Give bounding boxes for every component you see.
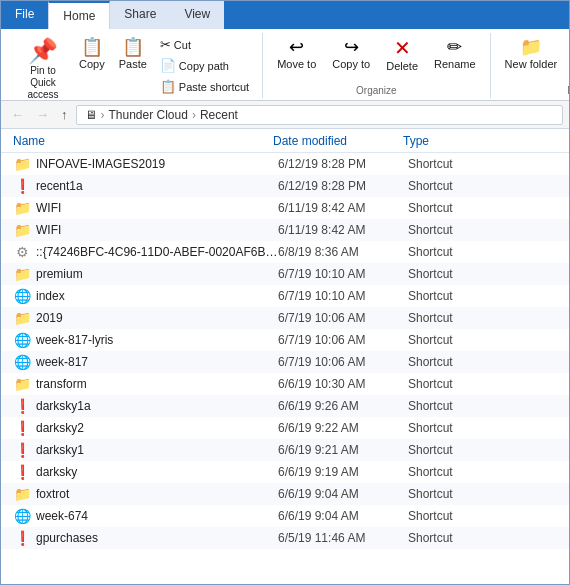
path-icon: 🖥 <box>85 108 97 122</box>
file-icon: 📁 <box>13 199 31 217</box>
new-folder-icon: 📁 <box>520 38 542 56</box>
file-date: 6/6/19 9:26 AM <box>278 399 408 413</box>
move-to-label: Move to <box>277 58 316 70</box>
file-date: 6/7/19 10:10 AM <box>278 267 408 281</box>
file-type: Shortcut <box>408 465 557 479</box>
paste-shortcut-button[interactable]: 📋 Paste shortcut <box>155 77 254 96</box>
file-date: 6/12/19 8:28 PM <box>278 157 408 171</box>
file-date: 6/6/19 9:22 AM <box>278 421 408 435</box>
copy-to-label: Copy to <box>332 58 370 70</box>
file-name: darksky1 <box>36 443 278 457</box>
file-type: Shortcut <box>408 531 557 545</box>
file-name: premium <box>36 267 278 281</box>
copy-button[interactable]: 📋 Copy <box>73 35 111 73</box>
file-type: Shortcut <box>408 267 557 281</box>
col-header-date[interactable]: Date modified <box>273 134 403 148</box>
file-row[interactable]: 📁 premium 6/7/19 10:10 AM Shortcut <box>1 263 569 285</box>
organize-group: ↩ Move to ↪ Copy to ✕ Delete ✏ Rename Or… <box>263 33 490 98</box>
file-icon: ⚙ <box>13 243 31 261</box>
file-row[interactable]: 🌐 week-817-lyris 6/7/19 10:06 AM Shortcu… <box>1 329 569 351</box>
address-path[interactable]: 🖥 › Thunder Cloud › Recent <box>76 105 564 125</box>
clipboard-sub-buttons: ✂ Cut 📄 Copy path 📋 Paste shortcut <box>155 35 254 96</box>
file-date: 6/7/19 10:06 AM <box>278 311 408 325</box>
paste-label: Paste <box>119 58 147 70</box>
file-name: index <box>36 289 278 303</box>
pin-icon: 📌 <box>28 39 58 63</box>
file-type: Shortcut <box>408 509 557 523</box>
tab-file[interactable]: File <box>1 1 48 29</box>
cut-button[interactable]: ✂ Cut <box>155 35 254 54</box>
delete-label: Delete <box>386 60 418 72</box>
file-icon: 🌐 <box>13 331 31 349</box>
pin-label: Pin to Quick access <box>21 65 65 101</box>
file-name: 2019 <box>36 311 278 325</box>
file-type: Shortcut <box>408 311 557 325</box>
copy-path-button[interactable]: 📄 Copy path <box>155 56 254 75</box>
tab-home[interactable]: Home <box>48 1 110 29</box>
file-row[interactable]: 🌐 week-674 6/6/19 9:04 AM Shortcut <box>1 505 569 527</box>
rename-label: Rename <box>434 58 476 70</box>
pin-to-quick-access-button[interactable]: 📌 Pin to Quick access <box>15 35 71 105</box>
file-row[interactable]: 📁 foxtrot 6/6/19 9:04 AM Shortcut <box>1 483 569 505</box>
file-type: Shortcut <box>408 201 557 215</box>
file-name: week-817-lyris <box>36 333 278 347</box>
path-thunder-cloud: Thunder Cloud <box>109 108 188 122</box>
file-type: Shortcut <box>408 443 557 457</box>
file-row[interactable]: ❗ darksky1 6/6/19 9:21 AM Shortcut <box>1 439 569 461</box>
file-date: 6/6/19 10:30 AM <box>278 377 408 391</box>
file-date: 6/6/19 9:04 AM <box>278 487 408 501</box>
file-date: 6/6/19 9:21 AM <box>278 443 408 457</box>
file-row[interactable]: ❗ darksky 6/6/19 9:19 AM Shortcut <box>1 461 569 483</box>
back-button[interactable]: ← <box>7 105 28 124</box>
file-icon: 📁 <box>13 265 31 283</box>
file-row[interactable]: 📁 WIFI 6/11/19 8:42 AM Shortcut <box>1 197 569 219</box>
file-row[interactable]: ❗ darksky1a 6/6/19 9:26 AM Shortcut <box>1 395 569 417</box>
new-folder-button[interactable]: 📁 New folder <box>499 35 564 73</box>
paste-shortcut-icon: 📋 <box>160 79 176 94</box>
copy-path-icon: 📄 <box>160 58 176 73</box>
rename-icon: ✏ <box>447 38 462 56</box>
file-row[interactable]: 📁 INFOAVE-IMAGES2019 6/12/19 8:28 PM Sho… <box>1 153 569 175</box>
file-type: Shortcut <box>408 487 557 501</box>
file-row[interactable]: 📁 2019 6/7/19 10:06 AM Shortcut <box>1 307 569 329</box>
file-row[interactable]: ❗ recent1a 6/12/19 8:28 PM Shortcut <box>1 175 569 197</box>
move-to-button[interactable]: ↩ Move to <box>271 35 322 73</box>
file-icon: 🌐 <box>13 287 31 305</box>
copy-path-label: Copy path <box>179 60 229 72</box>
file-row[interactable]: 🌐 week-817 6/7/19 10:06 AM Shortcut <box>1 351 569 373</box>
copy-to-button[interactable]: ↪ Copy to <box>326 35 376 73</box>
paste-button[interactable]: 📋 Paste <box>113 35 153 73</box>
file-row[interactable]: 📁 transform 6/6/19 10:30 AM Shortcut <box>1 373 569 395</box>
file-type: Shortcut <box>408 289 557 303</box>
new-group: 📁 New folder 📄 New item ⭐ Easy access Ne… <box>491 33 570 98</box>
rename-button[interactable]: ✏ Rename <box>428 35 482 73</box>
delete-button[interactable]: ✕ Delete <box>380 35 424 75</box>
forward-button[interactable]: → <box>32 105 53 124</box>
tab-view[interactable]: View <box>170 1 224 29</box>
file-icon: ❗ <box>13 463 31 481</box>
col-header-name[interactable]: Name <box>13 134 273 148</box>
file-type: Shortcut <box>408 333 557 347</box>
file-icon: ❗ <box>13 529 31 547</box>
up-button[interactable]: ↑ <box>57 105 72 124</box>
file-icon: 🌐 <box>13 507 31 525</box>
file-type: Shortcut <box>408 421 557 435</box>
tab-share[interactable]: Share <box>110 1 170 29</box>
file-row[interactable]: 🌐 index 6/7/19 10:10 AM Shortcut <box>1 285 569 307</box>
file-icon: ❗ <box>13 177 31 195</box>
new-folder-label: New folder <box>505 58 558 70</box>
file-row[interactable]: ❗ gpurchases 6/5/19 11:46 AM Shortcut <box>1 527 569 549</box>
path-recent: Recent <box>200 108 238 122</box>
file-date: 6/12/19 8:28 PM <box>278 179 408 193</box>
file-icon: 📁 <box>13 375 31 393</box>
file-icon: 📁 <box>13 485 31 503</box>
file-name: darksky2 <box>36 421 278 435</box>
file-date: 6/8/19 8:36 AM <box>278 245 408 259</box>
move-to-icon: ↩ <box>289 38 304 56</box>
address-bar: ← → ↑ 🖥 › Thunder Cloud › Recent <box>1 101 569 129</box>
file-row[interactable]: 📁 WIFI 6/11/19 8:42 AM Shortcut <box>1 219 569 241</box>
col-header-type[interactable]: Type <box>403 134 557 148</box>
paste-icon: 📋 <box>122 38 144 56</box>
file-row[interactable]: ⚙ ::{74246BFC-4C96-11D0-ABEF-0020AF6B0B7… <box>1 241 569 263</box>
file-row[interactable]: ❗ darksky2 6/6/19 9:22 AM Shortcut <box>1 417 569 439</box>
